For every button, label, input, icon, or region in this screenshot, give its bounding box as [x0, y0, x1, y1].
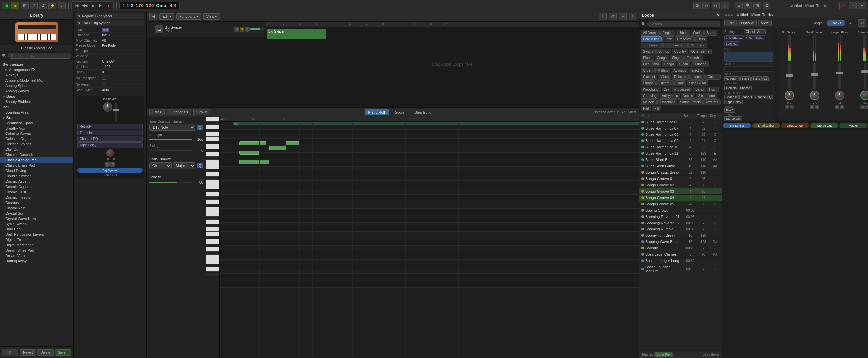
tape-delay-plugin[interactable]: Tape Delay: [724, 100, 743, 104]
mixer-ch-label-2[interactable]: Large...Floor: [781, 123, 809, 128]
input-bus2[interactable]: Bus 2: [751, 76, 762, 81]
loop-tag-17[interactable]: Conga: [655, 55, 669, 61]
library-cat-item-18[interactable]: Classic Analog Pad: [0, 158, 73, 163]
loop-row-8[interactable]: Bongo Classic Break 32 110 -: [640, 169, 722, 176]
mixer-tab-single[interactable]: Single: [809, 20, 826, 26]
loop-tag-15[interactable]: Other Genre: [689, 49, 712, 54]
library-cat-item-22[interactable]: Cosmic Ascent: [0, 179, 73, 184]
loop-tag-35[interactable]: Dark: [674, 80, 686, 86]
knob-main[interactable]: [103, 102, 113, 112]
piano-key-22[interactable]: [206, 204, 219, 207]
loop-tag-12[interactable]: Synths: [641, 49, 656, 54]
pr-note-0[interactable]: [240, 141, 266, 145]
loop-row-12[interactable]: Bongo Groove 04 4 94 -: [640, 195, 722, 201]
library-cat-item-0[interactable]: Synthesizer: [0, 62, 73, 67]
top-btn-list[interactable]: ≡: [735, 2, 743, 9]
mixer-plugin-slot-2[interactable]: Setting...: [724, 41, 739, 46]
ch-eq-slot1[interactable]: Space D: [724, 95, 739, 99]
ch-s-2[interactable]: S: [840, 105, 844, 109]
arranger-view-menu[interactable]: View ▾: [203, 13, 220, 20]
loop-row-19[interactable]: Bopping Wave Bass 16 128 D#: [640, 239, 722, 245]
mixer-setting-btn[interactable]: Classic An...: [744, 29, 766, 34]
library-cat-item-13[interactable]: Calming Waves: [0, 131, 73, 136]
top-btn-search[interactable]: 🔍: [744, 2, 752, 9]
loop-tag-16[interactable]: Piano: [641, 55, 654, 61]
plugin-retrosyn[interactable]: RetroSyn: [77, 123, 143, 129]
piano-key-11[interactable]: [206, 160, 219, 164]
app-btn-1[interactable]: ◀: [2, 2, 10, 9]
knob-pan[interactable]: [106, 149, 114, 157]
ch-s-btn[interactable]: S: [111, 162, 115, 167]
library-cat-item-27[interactable]: Crystal Rain: [0, 205, 73, 211]
mixer-min[interactable]: −: [849, 2, 857, 9]
knob-0[interactable]: [785, 91, 794, 100]
track-solo-btn[interactable]: S: [240, 27, 244, 32]
ch-eq-slot3[interactable]: Channel EQ: [754, 95, 773, 99]
loop-row-1[interactable]: Blues Harmonica 07 4 62 -: [640, 125, 722, 132]
loop-tag-29[interactable]: Vibes: [658, 74, 671, 80]
ch-s-3[interactable]: S: [865, 105, 868, 109]
loop-tag-41[interactable]: Horn: [707, 87, 719, 92]
knob-2[interactable]: [835, 91, 844, 100]
loop-tag-47[interactable]: Dissonant: [657, 99, 677, 105]
loop-tag-3[interactable]: World: [690, 30, 704, 35]
loop-tag-33[interactable]: Strings: [641, 80, 656, 86]
ch-m-3[interactable]: M: [860, 105, 865, 109]
library-cat-item-36[interactable]: Dream Voice: [0, 253, 73, 258]
piano-key-37[interactable]: [206, 264, 219, 267]
library-cat-item-15[interactable]: Celestial Voices: [0, 141, 73, 147]
track-record-btn[interactable]: R: [245, 27, 250, 32]
loop-tag-2[interactable]: Urban: [676, 30, 689, 35]
pr-functions-menu[interactable]: Functions ▾: [166, 109, 191, 115]
piano-key-15[interactable]: [206, 177, 219, 180]
loop-tag-18[interactable]: Single: [670, 55, 684, 61]
output-btn[interactable]: Stereo Out: [724, 116, 742, 120]
loop-tag-4[interactable]: Beats: [705, 30, 718, 35]
library-cat-item-3[interactable]: Ambient Modwheel Mor...: [0, 78, 73, 83]
piano-key-31[interactable]: [206, 240, 219, 244]
fader-thumb-2[interactable]: [836, 72, 843, 74]
library-cat-item-17[interactable]: Chrome Cascades: [0, 152, 73, 158]
ch-m-1[interactable]: M: [810, 105, 814, 109]
top-btn-cycle[interactable]: ⟳: [693, 2, 701, 9]
lib-settings-btn[interactable]: ⚙: [2, 349, 18, 356]
loop-tag-49[interactable]: Textures: [704, 99, 721, 105]
piano-key-27[interactable]: [206, 224, 219, 227]
ch-eq-slot2[interactable]: Space D: [739, 95, 753, 99]
loop-tag-19[interactable]: Ensemble: [684, 55, 704, 61]
library-cat-item-5[interactable]: Analog Waves: [0, 88, 73, 94]
piano-key-7[interactable]: [206, 144, 219, 149]
mixer-plugin-slot-1[interactable]: 4.7x Prison...: [745, 35, 765, 40]
tab-step-editor[interactable]: Step Editor: [410, 109, 436, 115]
loop-row-2[interactable]: Blues Harmonica 08 4 86 C: [640, 132, 722, 138]
piano-key-28[interactable]: [206, 227, 219, 232]
library-cat-item-16[interactable]: Chill Out: [0, 147, 73, 152]
ch-s-0[interactable]: S: [790, 105, 794, 109]
eq-display[interactable]: [724, 52, 773, 62]
plugin-tapedelay[interactable]: Tape Delay: [77, 142, 143, 148]
loop-tag-24[interactable]: Organ: [641, 68, 655, 74]
piano-key-25[interactable]: [206, 217, 219, 220]
track-mute-btn[interactable]: M: [235, 27, 239, 32]
piano-key-21[interactable]: [206, 200, 219, 204]
loop-tag-39[interactable]: Processed: [672, 87, 692, 92]
loop-tag-45[interactable]: Saxophone: [696, 93, 717, 99]
loop-tag-36[interactable]: Slide Guitar: [687, 80, 709, 86]
audiofx-tremolo[interactable]: Tremolo: [724, 86, 738, 90]
piano-key-20[interactable]: [206, 197, 219, 200]
mixer-win-close[interactable]: ● ● ●: [725, 13, 733, 17]
audio-region[interactable]: Big Syncer: [267, 29, 327, 39]
arranger-add-track[interactable]: +: [599, 12, 607, 20]
loop-tag-23[interactable]: Distorted: [691, 61, 709, 67]
top-btn-metronome[interactable]: ♩: [721, 2, 729, 9]
piano-key-3[interactable]: [206, 129, 219, 132]
piano-key-13[interactable]: [206, 169, 219, 172]
library-cat-item-7[interactable]: Beauty Blubbers: [0, 99, 73, 104]
mixer-plugin-slot-0[interactable]: 0.4s Snare...: [724, 35, 744, 40]
app-btn-3[interactable]: ⊞: [21, 2, 29, 9]
loops-search-input[interactable]: [647, 21, 720, 27]
loop-row-14[interactable]: Booing Crowd 00:07 - -: [640, 207, 722, 214]
loop-row-21[interactable]: Boss Level Chimes 8 70 A#: [640, 251, 722, 258]
plugin-tremolo[interactable]: Tremolo: [77, 130, 143, 136]
piano-key-30[interactable]: [206, 237, 219, 240]
